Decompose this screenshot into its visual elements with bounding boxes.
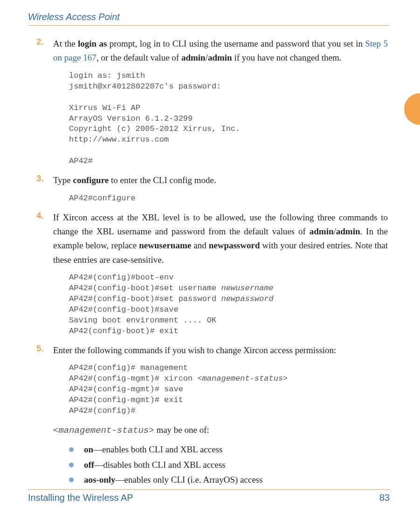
page-number: 83 [379, 492, 390, 503]
text: may be one of: [154, 425, 209, 435]
bold: admin [336, 226, 360, 236]
text: At the [53, 39, 78, 48]
code-block: login as: jsmith jsmith@xr4012802207c's … [69, 71, 388, 167]
step-number: 2. [36, 37, 53, 65]
step-number: 4. [36, 211, 53, 267]
text: and [191, 240, 209, 250]
bold: off [84, 460, 94, 470]
bold: newusername [139, 240, 191, 250]
code-block: AP42#(config)#boot-env AP42#(config-boot… [69, 273, 388, 337]
bold: admin [208, 53, 232, 62]
code-block: AP42#configure [69, 193, 388, 204]
bold: admin [310, 226, 334, 236]
content-area: 2. At the login as prompt, log in to CLI… [28, 37, 390, 487]
inline-paragraph: <management-status> may be one of: [53, 423, 388, 437]
text: if you have not changed them. [232, 53, 342, 62]
step-5: 5. Enter the following commands if you w… [36, 343, 388, 487]
bold: login as [78, 39, 107, 48]
text: prompt, log in to CLI using the username… [107, 39, 365, 48]
bold: newpassword [209, 240, 260, 250]
running-head: Wireless Access Point [28, 12, 390, 26]
code-ital: management-status [202, 374, 283, 383]
step-body: At the login as prompt, log in to CLI us… [53, 37, 388, 65]
text: —enables both CLI and XBL access [93, 444, 222, 454]
list-item: aos-only—enables only CLI (i.e. ArrayOS)… [69, 472, 388, 487]
step-body: If Xircon access at the XBL level is to … [53, 211, 388, 267]
text: —disables both CLI and XBL access [94, 460, 226, 470]
text: —enables only CLI (i.e. ArrayOS) access [116, 475, 263, 485]
step-4: 4. If Xircon access at the XBL level is … [36, 211, 388, 337]
step-body: Type configure to enter the CLI config m… [53, 173, 388, 187]
code-block: AP42#(config)# management AP42#(config-m… [69, 363, 388, 417]
list-item: off—disables both CLI and XBL access [69, 458, 388, 472]
text: to enter the CLI config mode. [109, 175, 216, 185]
footer: Installing the Wireless AP 83 [28, 489, 390, 503]
step-number: 5. [36, 343, 53, 357]
code-ital: newpassword [221, 294, 273, 303]
bold: admin [181, 53, 206, 62]
bold: configure [73, 175, 109, 185]
text: Enter the following commands if you wish… [53, 345, 336, 355]
bold: aos-only [84, 475, 116, 485]
step-number: 3. [36, 173, 53, 187]
list-item: on—enables both CLI and XBL access [69, 442, 388, 457]
step-body: Enter the following commands if you wish… [53, 343, 388, 357]
code-ital: newusername [221, 284, 273, 293]
code-text: AP42#(config-boot)#save Saving boot envi… [69, 305, 216, 335]
code-text: AP42#(config-boot)#set password [69, 294, 221, 303]
page: Wireless Access Point 2. At the login as… [0, 0, 420, 519]
code-text: AP42#(config)#boot-env AP42#(config-boot… [69, 273, 221, 293]
mono-ital: < [53, 425, 58, 436]
code-text: AP42#(config)# management AP42#(config-m… [69, 363, 202, 383]
text: , or the default value of [96, 53, 181, 62]
mono-ital: management-status [58, 425, 149, 436]
text: Type [53, 175, 73, 185]
bullet-list: on—enables both CLI and XBL access off—d… [69, 442, 388, 487]
bold: on [84, 444, 93, 454]
footer-section-title: Installing the Wireless AP [28, 492, 133, 503]
side-tab [404, 93, 420, 125]
step-2: 2. At the login as prompt, log in to CLI… [36, 37, 388, 167]
mono-ital: > [149, 425, 154, 436]
step-3: 3. Type configure to enter the CLI confi… [36, 173, 388, 204]
